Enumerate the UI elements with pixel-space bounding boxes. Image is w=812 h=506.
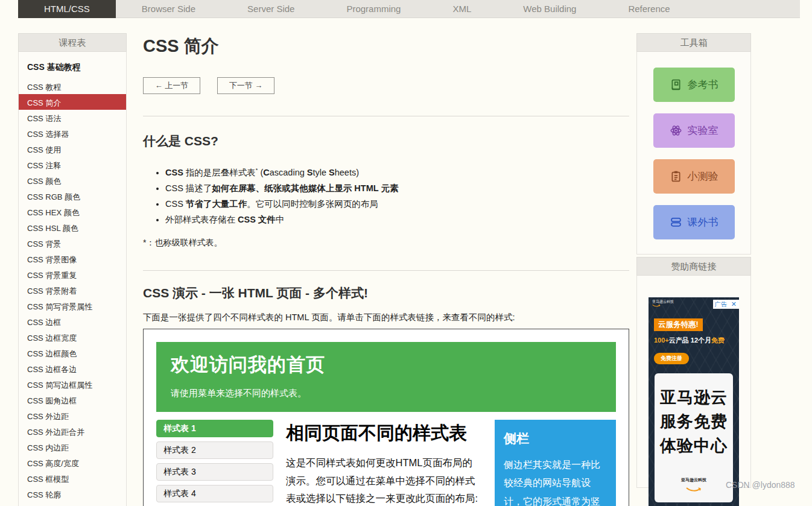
sidebar-item[interactable]: CSS RGB 颜色: [19, 188, 126, 204]
amazon-smile-icon: [652, 304, 661, 307]
demo-content-body: 这是不同样式表如何更改HTML页面布局的演示。您可以通过在菜单中选择不同的样式表…: [286, 457, 478, 504]
course-section-title: CSS 基础教程: [19, 52, 126, 78]
footnote: *：也称级联样式表。: [143, 238, 629, 248]
demo-section-heading: CSS 演示 - 一张 HTML 页面 - 多个样式!: [143, 285, 629, 302]
demo-banner-subtitle: 请使用菜单来选择不同的样式表。: [171, 388, 601, 399]
ad-badge: 云服务特惠!: [654, 318, 703, 331]
ad-banner[interactable]: 亚马逊云科技 广告 ✕ 云服务特惠! 100+云产品 12个月免费 免费注册 亚…: [649, 297, 739, 506]
sidebar-item[interactable]: CSS 圆角边框: [19, 392, 126, 408]
css-demo-frame: 欢迎访问我的首页 请使用菜单来选择不同的样式表。 样式表 1样式表 2样式表 3…: [143, 329, 629, 506]
nav-tab[interactable]: Browser Side: [116, 0, 221, 18]
nav-tab[interactable]: Programming: [320, 0, 427, 18]
sidebar-item[interactable]: CSS 边框各边: [19, 361, 126, 376]
course-sidebar-header: 课程表: [18, 33, 127, 52]
demo-content-text: 这是不同样式表如何更改HTML页面布局的演示。您可以通过在菜单中选择不同的样式表…: [286, 454, 482, 506]
nav-tab[interactable]: Server Side: [221, 0, 320, 18]
divider: [143, 270, 629, 271]
sidebar-item[interactable]: CSS 背景重复: [19, 267, 126, 282]
toolbox-buttons: 参考书实验室小测验课外书: [636, 52, 751, 255]
sidebar-item[interactable]: CSS 框模型: [19, 470, 126, 486]
tool-button-label: 参考书: [688, 78, 718, 92]
bullet-item: CSS 指的是层叠样式表* (Cascading Style Sheets): [165, 162, 629, 180]
demo-stylesheet-menu: 样式表 1样式表 2样式表 3样式表 4无样式表: [156, 420, 273, 506]
what-is-css-heading: 什么是 CSS?: [143, 133, 629, 150]
prev-button[interactable]: ← 上一节: [143, 77, 200, 94]
sidebar-item[interactable]: CSS 使用: [19, 141, 126, 157]
sidebar-item[interactable]: CSS 教程: [19, 78, 126, 94]
course-list: CSS 基础教程 CSS 教程CSS 简介CSS 语法CSS 选择器CSS 使用…: [18, 52, 127, 506]
sponsor-header: 赞助商链接: [636, 257, 751, 276]
sidebar-item[interactable]: CSS 外边距: [19, 408, 126, 423]
课外书-button[interactable]: 课外书: [653, 205, 735, 239]
demo-menu-button[interactable]: 样式表 2: [156, 441, 273, 459]
nav-tab[interactable]: Web Building: [497, 0, 602, 18]
sidebar-item[interactable]: CSS 简写背景属性: [19, 298, 126, 314]
demo-banner: 欢迎访问我的首页 请使用菜单来选择不同的样式表。: [156, 342, 616, 412]
sidebar-item[interactable]: CSS 边框: [19, 314, 126, 329]
bullet-item: CSS 描述了如何在屏幕、纸张或其他媒体上显示 HTML 元素: [165, 180, 629, 196]
sidebar-item[interactable]: CSS 边框颜色: [19, 345, 126, 361]
next-button[interactable]: 下一节 →: [217, 77, 274, 94]
ad-top-bar: 亚马逊云科技 广告 ✕: [649, 297, 739, 311]
ad-logo-text: 亚马逊云科技: [652, 300, 674, 303]
books-icon: [670, 216, 682, 229]
sidebar-item[interactable]: CSS 简介: [19, 94, 126, 110]
sidebar-item[interactable]: CSS 背景附着: [19, 282, 126, 298]
ad-card-line: 体验中心: [656, 434, 732, 458]
nav-tab[interactable]: HTML/CSS: [18, 0, 116, 18]
实验室-button[interactable]: 实验室: [653, 113, 735, 148]
参考书-button[interactable]: 参考书: [653, 68, 735, 102]
ad-offer-line: 100+云产品 12个月免费: [654, 336, 739, 345]
tool-button-label: 课外书: [688, 215, 718, 229]
sidebar-item[interactable]: CSS 选择器: [19, 125, 126, 141]
atom-icon: [670, 124, 682, 137]
bullet-item: 外部样式表存储在 CSS 文件中: [165, 212, 629, 227]
sidebar-item[interactable]: CSS 轮廓: [19, 486, 126, 502]
demo-menu-button[interactable]: 样式表 4: [156, 485, 273, 502]
top-nav: HTML/CSSBrowser SideServer SideProgrammi…: [18, 0, 800, 18]
demo-main-column: 相同页面不同的样式表 这是不同样式表如何更改HTML页面布局的演示。您可以通过在…: [286, 420, 482, 506]
tool-button-label: 小测验: [688, 169, 718, 183]
demo-menu-button[interactable]: 样式表 3: [156, 463, 273, 481]
ad-card-line: 亚马逊云: [656, 385, 732, 410]
close-icon[interactable]: ✕: [729, 300, 739, 309]
小测验-button[interactable]: 小测验: [653, 159, 735, 194]
course-sidebar: 课程表 CSS 基础教程 CSS 教程CSS 简介CSS 语法CSS 选择器CS…: [18, 33, 127, 506]
sidebar-item[interactable]: CSS 边框宽度: [19, 329, 126, 345]
ad-card-line: 服务免费: [656, 410, 732, 434]
ad-card-brand: 亚马逊云科技: [656, 477, 732, 483]
pager: ← 上一节 下一节 →: [143, 77, 629, 94]
tool-button-label: 实验室: [688, 124, 718, 138]
sidebar-item[interactable]: CSS 内边距: [19, 439, 126, 455]
demo-banner-title: 欢迎访问我的首页: [171, 352, 601, 378]
demo-menu-button[interactable]: 样式表 1: [156, 420, 273, 437]
page-title: CSS 简介: [143, 34, 629, 59]
divider: [143, 116, 629, 116]
sidebar-item[interactable]: CSS 外边距合并: [19, 423, 126, 439]
sidebar-item[interactable]: CSS 背景图像: [19, 251, 126, 267]
ad-flags: 广告 ✕: [713, 300, 739, 309]
book-icon: [670, 78, 682, 91]
main-content: CSS 简介 ← 上一节 下一节 → 什么是 CSS? CSS 指的是层叠样式表…: [143, 33, 629, 506]
sidebar-item[interactable]: CSS HEX 颜色: [19, 204, 126, 220]
sponsor-ad-box: 亚马逊云科技 广告 ✕ 云服务特惠! 100+云产品 12个月免费 免费注册 亚…: [636, 276, 751, 488]
sidebar-item[interactable]: CSS 简写边框属性: [19, 376, 126, 392]
amazon-smile-icon: [686, 487, 702, 492]
ad-choices-label[interactable]: 广告: [713, 300, 729, 309]
ad-offer-segment: 100+: [654, 337, 669, 344]
nav-tab[interactable]: XML: [427, 0, 497, 18]
sidebar-item[interactable]: CSS 语法: [19, 110, 126, 125]
sidebar-item[interactable]: CSS 颜色: [19, 172, 126, 188]
ad-logo: 亚马逊云科技: [652, 300, 674, 307]
nav-tab[interactable]: Reference: [602, 0, 696, 18]
ad-cta-button[interactable]: 免费注册: [654, 353, 689, 364]
sidebar-item[interactable]: CSS HSL 颜色: [19, 220, 126, 235]
sidebar-item[interactable]: CSS 注释: [19, 157, 126, 172]
ad-offer-segment: 免费: [711, 337, 725, 344]
ad-card: 亚马逊云服务免费体验中心 亚马逊云科技: [655, 373, 733, 502]
bullet-item: CSS 节省了大量工作。它可以同时控制多张网页的布局: [165, 196, 629, 212]
sidebar-item[interactable]: CSS 高度/宽度: [19, 455, 126, 470]
sidebar-item[interactable]: CSS 背景: [19, 235, 126, 251]
toolbox-sidebar: 工具箱 参考书实验室小测验课外书 赞助商链接 亚马逊云科技 广告 ✕ 云服务特惠…: [636, 33, 751, 488]
ad-offer-segment: 云产品 12个月: [669, 337, 711, 344]
